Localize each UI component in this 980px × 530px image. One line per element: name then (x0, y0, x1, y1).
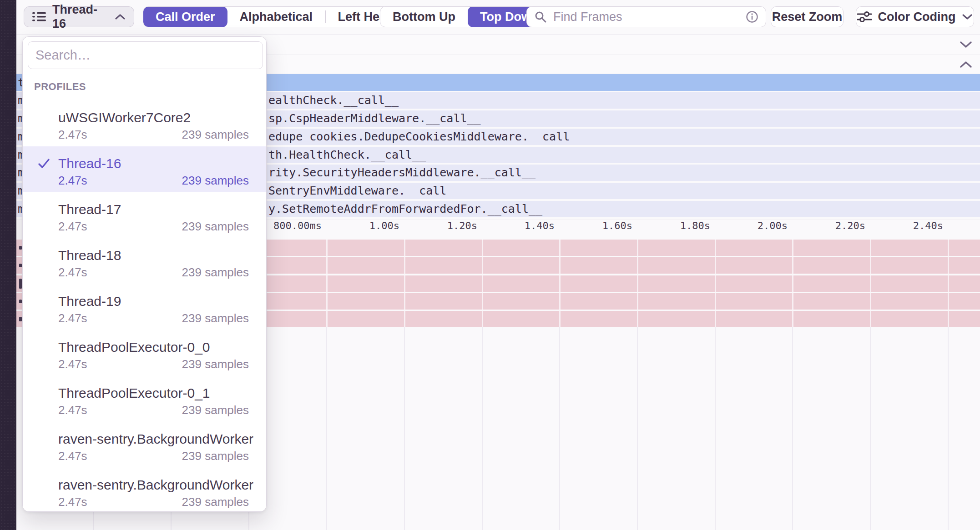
profiler-flamegraph-screen: Thread-16 Call OrderAlphabeticalLeft Hea… (0, 0, 980, 530)
time-axis-tick: 2.00s (706, 220, 788, 238)
profile-option-samples: 239 samples (182, 311, 249, 325)
frame-label-fragment: SentryEnvMiddleware.__call__ (268, 183, 460, 199)
axis-gridline (715, 327, 716, 530)
axis-gridline (559, 327, 560, 530)
axis-gridline (792, 327, 793, 530)
profile-search-input[interactable] (28, 41, 263, 69)
profile-option-name: Thread-17 (58, 202, 121, 217)
profile-option-name: raven-sentry.BackgroundWorker (58, 431, 253, 447)
profile-option-duration: 2.47s (58, 357, 87, 371)
profile-option-samples: 239 samples (182, 220, 249, 234)
expand-chevron-down-icon[interactable] (959, 40, 973, 49)
axis-gridline (637, 327, 638, 530)
chevron-up-icon (115, 14, 126, 20)
axis-gridline (870, 240, 871, 327)
chevron-down-icon (962, 14, 973, 20)
sliders-icon (857, 10, 872, 23)
profile-option-name: Thread-16 (58, 156, 121, 171)
profile-option-duration: 2.47s (58, 403, 87, 417)
profile-option-duration: 2.47s (58, 128, 87, 142)
frame-label-fragment: th.HealthCheck.__call__ (268, 147, 426, 163)
app-sidebar-strip (0, 0, 16, 530)
time-axis-tick: 2.40s (861, 220, 943, 238)
time-axis-tick: 1.80s (628, 220, 710, 238)
profile-option-samples: 239 samples (182, 357, 249, 371)
profile-option-name: ThreadPoolExecutor-0_0 (58, 340, 210, 355)
profile-option-name: Thread-19 (58, 294, 121, 309)
axis-gridline (792, 240, 793, 327)
collapse-chevron-up-icon[interactable] (959, 60, 973, 69)
segment-call-order[interactable]: Call Order (143, 6, 227, 27)
profile-option-duration: 2.47s (58, 174, 87, 188)
find-frames-input[interactable] (552, 10, 740, 25)
axis-gridline (482, 327, 483, 530)
color-coding-label: Color Coding (878, 10, 956, 24)
axis-gridline (404, 240, 405, 327)
profile-option-name: Thread-18 (58, 248, 121, 263)
profile-option-threadpoolexecutor-0_1[interactable]: ThreadPoolExecutor-0_12.47s239 samples (23, 376, 267, 422)
profile-option-thread-19[interactable]: Thread-192.47s239 samples (23, 284, 267, 330)
frame-label-fragment: edupe_cookies.DedupeCookiesMiddleware.__… (268, 129, 583, 145)
axis-gridline (482, 240, 483, 327)
reset-zoom-button[interactable]: Reset Zoom (771, 6, 844, 27)
profile-option-name: raven-sentry.BackgroundWorker (58, 477, 253, 493)
time-axis-tick: 1.40s (473, 220, 555, 238)
axis-gridline (948, 240, 949, 327)
info-icon[interactable] (746, 10, 758, 23)
axis-gridline (870, 327, 871, 530)
profile-option-duration: 2.47s (58, 311, 87, 325)
profile-option-thread-16[interactable]: Thread-162.47s239 samples (23, 146, 267, 192)
profile-option-thread-17[interactable]: Thread-172.47s239 samples (23, 192, 267, 238)
reset-zoom-label: Reset Zoom (772, 10, 843, 24)
frame-label-sliver-mark (19, 264, 22, 267)
color-coding-button[interactable]: Color Coding (856, 6, 974, 27)
check-icon (38, 158, 50, 169)
profile-option-raven-sentry.backgroundworker[interactable]: raven-sentry.BackgroundWorker2.47s239 sa… (23, 468, 267, 512)
axis-gridline (326, 327, 327, 530)
profile-option-duration: 2.47s (58, 495, 87, 509)
axis-gridline (948, 327, 949, 530)
direction-segmented-control: Bottom UpTop Down (380, 6, 551, 27)
frame-label-fragment: sp.CspHeaderMiddleware.__call__ (268, 110, 481, 127)
profile-option-duration: 2.47s (58, 265, 87, 280)
time-axis-tick: 1.00s (318, 220, 399, 238)
profile-option-duration: 2.47s (58, 220, 87, 234)
search-icon (534, 10, 547, 23)
profile-option-samples: 239 samples (182, 265, 249, 280)
frame-label-sliver-mark (19, 246, 22, 250)
profiles-section-label: PROFILES (34, 81, 86, 93)
time-axis-tick: 1.60s (551, 220, 632, 238)
flamegraph-toolbar: Thread-16 Call OrderAlphabeticalLeft Hea… (16, 0, 980, 35)
thread-selector-button[interactable]: Thread-16 (24, 6, 134, 27)
profile-selector-dropdown: PROFILES uWSGIWorker7Core22.47s239 sampl… (22, 36, 267, 512)
axis-gridline (404, 327, 405, 530)
frame-label-fragment: ealthCheck.__call__ (268, 92, 399, 109)
profile-option-threadpoolexecutor-0_0[interactable]: ThreadPoolExecutor-0_02.47s239 samples (23, 330, 267, 376)
profile-option-uwsgiworker7core2[interactable]: uWSGIWorker7Core22.47s239 samples (23, 100, 267, 146)
profile-option-thread-18[interactable]: Thread-182.47s239 samples (23, 238, 267, 284)
axis-gridline (326, 240, 328, 327)
profile-option-samples: 239 samples (182, 403, 249, 417)
time-axis-tick: 1.20s (395, 220, 477, 238)
find-frames-box (526, 6, 766, 27)
segment-bottom-up[interactable]: Bottom Up (380, 6, 468, 27)
sort-segmented-control: Call OrderAlphabeticalLeft Heavy (143, 6, 413, 27)
profile-option-duration: 2.47s (58, 449, 87, 463)
frame-label-fragment: y.SetRemoteAddrFromForwardedFor.__call__ (268, 201, 542, 217)
thread-list-icon (32, 11, 46, 22)
axis-gridline (559, 240, 561, 327)
axis-gridline (715, 240, 716, 327)
thread-selector-label: Thread-16 (52, 3, 108, 31)
profile-option-samples: 239 samples (182, 495, 249, 509)
profile-option-samples: 239 samples (182, 128, 249, 142)
axis-gridline (637, 240, 638, 327)
frame-label-sliver-mark (19, 300, 22, 303)
profile-option-raven-sentry.backgroundworker[interactable]: raven-sentry.BackgroundWorker2.47s239 sa… (23, 422, 267, 468)
segment-alphabetical[interactable]: Alphabetical (227, 6, 325, 27)
frame-label-fragment: rity.SecurityHeadersMiddleware.__call__ (268, 165, 535, 181)
profile-option-samples: 239 samples (182, 174, 249, 188)
profile-option-name: ThreadPoolExecutor-0_1 (58, 385, 210, 401)
profile-option-samples: 239 samples (182, 449, 249, 463)
time-axis-tick: 2.20s (783, 220, 865, 238)
profile-option-name: uWSGIWorker7Core2 (58, 110, 191, 125)
